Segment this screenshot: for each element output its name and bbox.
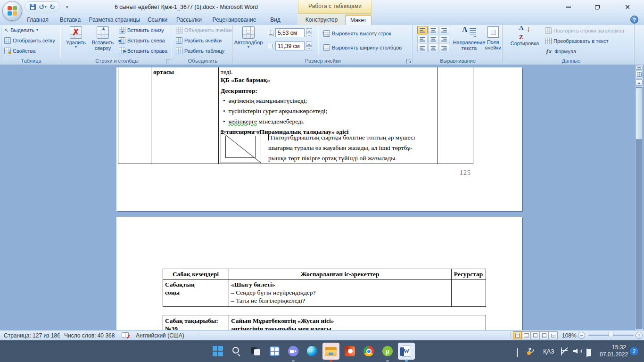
view-draft-button[interactable] <box>549 331 558 339</box>
view-web-layout-button[interactable] <box>531 331 540 339</box>
spin-up-icon[interactable]: ▲ <box>306 41 312 46</box>
align-top-left-button[interactable] <box>417 26 428 34</box>
chrome-button[interactable] <box>360 343 377 360</box>
widgets-button[interactable] <box>266 343 283 360</box>
word-taskbar-button[interactable]: W <box>398 343 415 360</box>
tab-mailings[interactable]: Рассылки <box>173 15 205 25</box>
delete-button[interactable]: ✗ Удалить ▾ <box>64 25 88 49</box>
minimize-button[interactable] <box>557 0 579 14</box>
select-button[interactable]: ↖ Выделить ▾ <box>2 25 40 35</box>
clock[interactable]: 15:32 07.01.2022 <box>600 344 626 358</box>
sort-button[interactable]: A Z ↓ Сортировка <box>510 25 539 46</box>
split-handle[interactable] <box>636 66 643 70</box>
rows-columns-dialog-launcher[interactable] <box>166 59 171 64</box>
insert-above-button[interactable]: ▲ Вставить сверху <box>90 25 116 51</box>
tab-review[interactable]: Рецензирование <box>207 15 261 25</box>
properties-button[interactable]: ◆ Свойства <box>2 46 37 56</box>
align-top-center-button[interactable] <box>428 26 438 34</box>
restore-button[interactable] <box>586 0 608 14</box>
select-cursor-icon: ↖ <box>4 27 8 33</box>
group-label-alignment: Выравнивание <box>413 58 502 65</box>
align-center-button[interactable] <box>428 35 438 43</box>
split-cells-button[interactable]: Разбить ячейки <box>174 36 223 45</box>
zoom-level[interactable]: 108% <box>562 332 577 339</box>
taskbar-search-button[interactable] <box>228 343 245 360</box>
document-page-2[interactable]: Сабақ кезеңдері Жоспарланған іс-әрекетте… <box>116 217 522 330</box>
word-count[interactable]: Число слов: 40 368 <box>64 332 115 339</box>
notification-badge[interactable]: 2 <box>630 347 638 355</box>
battery-button[interactable] <box>586 349 587 357</box>
file-explorer-button[interactable] <box>322 343 339 360</box>
help-button[interactable]: ? <box>630 16 638 24</box>
tab-layout[interactable]: Макет <box>345 15 372 25</box>
insert-below-button[interactable]: ▼ Вставить снизу <box>117 25 166 35</box>
view-full-screen-button[interactable] <box>522 331 531 339</box>
insert-above-icon: ▲ <box>97 26 109 39</box>
ruler-toggle-button[interactable] <box>636 71 643 78</box>
teams-chat-button[interactable] <box>285 343 302 360</box>
zoom-out-button[interactable]: − <box>578 332 585 339</box>
autofit-button[interactable]: ↔ Автоподбор ▾ <box>235 25 262 49</box>
distribute-rows-button[interactable]: ↕ Выровнять высоту строк <box>322 29 393 38</box>
convert-to-text-button[interactable]: Преобразовать в текст <box>543 36 611 46</box>
close-button[interactable]: ✕ <box>617 0 638 14</box>
cell-margins-button[interactable]: Поля ячейки <box>484 25 502 50</box>
redo-button[interactable]: ↻ <box>50 3 56 10</box>
spellcheck-status-icon[interactable]: ✗ <box>122 332 129 338</box>
scroll-up-button[interactable]: ▲ <box>636 79 643 86</box>
align-top-right-button[interactable] <box>439 26 449 34</box>
page-indicator[interactable]: Страница: 127 из 186 <box>4 332 60 339</box>
tab-home[interactable]: Главная <box>23 15 53 25</box>
vertical-scrollbar[interactable]: ▲ <box>635 65 643 330</box>
align-bottom-left-button[interactable] <box>417 44 428 52</box>
save-icon <box>30 4 36 10</box>
column-width-input[interactable] <box>275 41 305 50</box>
tab-insert[interactable]: Вставка <box>56 15 85 25</box>
view-gridlines-button[interactable]: Отобразить сетку <box>2 36 57 45</box>
align-center-right-button[interactable] <box>439 35 449 43</box>
spin-down-icon[interactable]: ▼ <box>306 46 312 50</box>
tab-view[interactable]: Вид <box>264 15 287 25</box>
text-direction-button[interactable]: A → Направление текста <box>453 25 485 51</box>
insert-right-button[interactable]: ▶ Вставить справа <box>117 46 169 56</box>
utorrent-button[interactable]: µ <box>379 343 396 360</box>
view-outline-button[interactable] <box>540 331 549 339</box>
document-page-1[interactable]: ортасы теді. ҚБ «Бас бармақ» Дескриптор:… <box>116 67 522 211</box>
language-switcher[interactable]: ҚАЗ <box>543 348 554 355</box>
office-button[interactable] <box>2 1 22 21</box>
align-bottom-center-button[interactable] <box>428 44 438 52</box>
language-indicator[interactable]: Английский (США) <box>136 332 184 339</box>
insert-left-button[interactable]: ◀ Вставить слева <box>117 36 167 45</box>
start-button[interactable] <box>209 343 226 360</box>
tray-expand-button[interactable] <box>517 349 518 358</box>
row-height-spinner[interactable]: ▲▼ <box>306 28 312 37</box>
help-icon: ? <box>633 17 636 23</box>
spin-up-icon[interactable]: ▲ <box>306 28 312 33</box>
distribute-columns-button[interactable]: ↔ Выровнять ширину столбцов <box>322 43 404 52</box>
tab-design[interactable]: Конструктор <box>300 15 343 25</box>
spin-down-icon[interactable]: ▼ <box>306 33 312 37</box>
document-area[interactable]: ортасы теді. ҚБ «Бас бармақ» Дескриптор:… <box>0 65 644 330</box>
office-app-button[interactable] <box>341 343 358 360</box>
office-logo-icon <box>8 6 17 16</box>
view-print-layout-button[interactable] <box>513 331 522 339</box>
scrollbar-thumb[interactable] <box>636 88 643 140</box>
insert-left-label: Вставить слева <box>127 38 165 43</box>
tab-page-layout[interactable]: Разметка страницы <box>88 15 141 25</box>
undo-button[interactable]: ↺▾ <box>39 3 47 10</box>
network-status-button[interactable] <box>561 347 562 356</box>
align-center-left-button[interactable] <box>417 35 428 43</box>
row-height-input[interactable] <box>275 28 305 37</box>
column-width-spinner[interactable]: ▲▼ <box>306 41 312 50</box>
zoom-slider-handle[interactable] <box>609 332 613 339</box>
qat-customize-button[interactable]: ▾ <box>66 5 68 9</box>
formula-button[interactable]: ƒx Формула <box>543 47 578 56</box>
align-bottom-right-button[interactable] <box>439 44 449 52</box>
zoom-in-button[interactable]: + <box>636 332 643 339</box>
save-button[interactable] <box>30 4 36 10</box>
edge-button[interactable] <box>304 343 321 360</box>
tab-references[interactable]: Ссылки <box>144 15 171 25</box>
cell-size-dialog-launcher[interactable] <box>406 59 411 64</box>
task-view-button[interactable] <box>247 343 264 360</box>
split-table-button[interactable]: Разбить таблицу <box>174 46 226 56</box>
